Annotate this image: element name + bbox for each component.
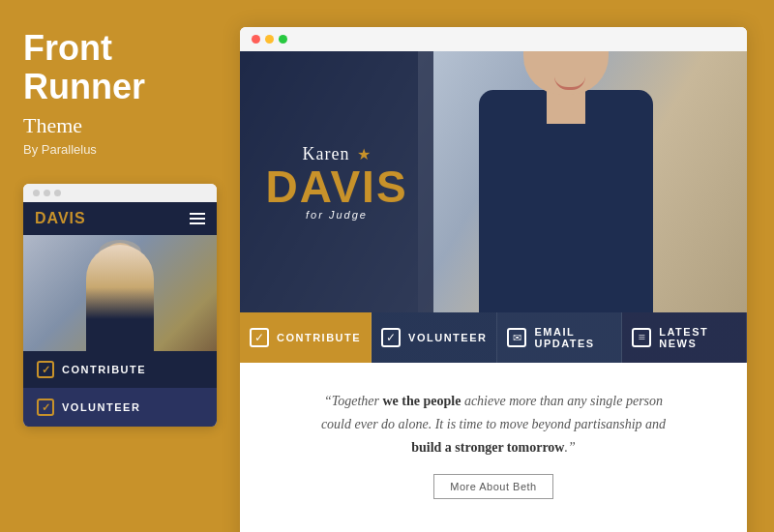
email-updates-nav-button[interactable]: EMAIL UPDATES xyxy=(497,312,622,363)
latest-news-nav-label: LATEST NEWS xyxy=(659,326,736,349)
mobile-header: DAVIS xyxy=(23,202,217,235)
campaign-logo: Karen ★ DAVIS for Judge xyxy=(265,144,407,221)
mobile-dot-1 xyxy=(33,190,40,196)
quote-section: “Together we the people achieve more tha… xyxy=(240,363,747,532)
mobile-dot-2 xyxy=(44,190,50,196)
email-updates-nav-label: EMAIL UPDATES xyxy=(534,326,611,349)
campaign-davis: DAVIS xyxy=(265,164,407,209)
more-about-btn[interactable]: More About Beth xyxy=(433,474,552,499)
hamburger-icon[interactable] xyxy=(190,213,205,224)
sidebar: Front Runner Theme By Parallelus DAVIS C… xyxy=(0,0,240,532)
volunteer-nav-button[interactable]: VOLUNTEER xyxy=(372,312,497,363)
browser-dot-green xyxy=(279,35,287,44)
person-body xyxy=(86,245,154,351)
browser-dot-yellow xyxy=(265,35,274,44)
sidebar-subtitle: Theme xyxy=(23,113,217,138)
check-icon xyxy=(37,361,54,378)
mobile-hero-image xyxy=(23,235,217,351)
browser-titlebar xyxy=(240,27,747,51)
hero-section: Karen ★ DAVIS for Judge xyxy=(240,51,747,312)
mobile-volunteer-button[interactable]: VOLUNTEER xyxy=(23,389,217,427)
mobile-volunteer-label: VOLUNTEER xyxy=(62,401,140,413)
volunteer-check-icon xyxy=(381,328,401,347)
quote-text: “Together we the people achieve more tha… xyxy=(310,390,677,458)
quote-open: “Together xyxy=(324,394,383,408)
check-icon-2 xyxy=(37,399,54,416)
browser-window: Karen ★ DAVIS for Judge CONTRIBUTE VOL xyxy=(240,27,747,532)
mobile-logo: DAVIS xyxy=(35,210,86,227)
contribute-check-icon xyxy=(250,328,269,347)
campaign-logo-overlay: Karen ★ DAVIS for Judge xyxy=(240,51,433,312)
star-icon: ★ xyxy=(357,146,371,163)
mobile-mockup: DAVIS CONTRIBUTE VOLUNTEER xyxy=(23,184,217,427)
sidebar-by: By Parallelus xyxy=(23,142,217,157)
contribute-nav-button[interactable]: CONTRIBUTE xyxy=(240,312,372,363)
quote-close: .” xyxy=(564,440,575,455)
quote-bold-2: build a stronger tomorrow xyxy=(411,440,564,455)
browser-dot-red xyxy=(252,35,260,44)
email-icon xyxy=(507,328,526,347)
quote-bold-1: we the people xyxy=(383,394,461,408)
mobile-titlebar xyxy=(23,184,217,202)
volunteer-nav-label: VOLUNTEER xyxy=(408,332,487,343)
latest-news-nav-button[interactable]: LATEST NEWS xyxy=(622,312,747,363)
nav-buttons: CONTRIBUTE VOLUNTEER EMAIL UPDATES LATES… xyxy=(240,312,747,363)
hero-person-image xyxy=(418,51,747,312)
mobile-dot-3 xyxy=(54,190,61,196)
sidebar-title: Front Runner xyxy=(23,29,217,105)
contribute-nav-label: CONTRIBUTE xyxy=(277,332,361,343)
mobile-contribute-button[interactable]: CONTRIBUTE xyxy=(23,351,217,389)
news-icon xyxy=(632,328,651,347)
mobile-contribute-label: CONTRIBUTE xyxy=(62,364,146,375)
